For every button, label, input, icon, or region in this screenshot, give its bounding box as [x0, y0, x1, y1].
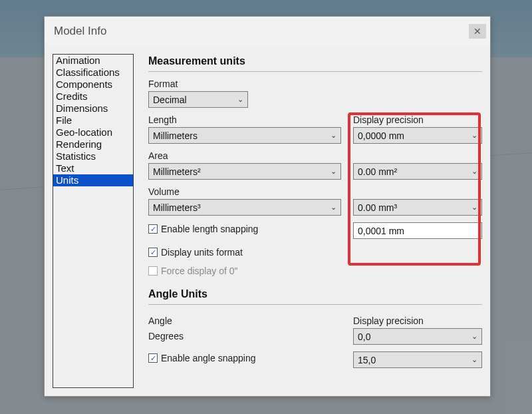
volume-select[interactable]: Millimeters³ ⌄: [148, 199, 341, 216]
area-label: Area: [148, 150, 341, 161]
volume-precision-value: 0.00 mm³: [358, 202, 397, 213]
area-value: Millimeters²: [153, 166, 201, 177]
checkbox-icon: ✓: [148, 224, 158, 234]
chevron-down-icon: ⌄: [331, 131, 336, 140]
length-precision-select[interactable]: 0,0000 mm ⌄: [353, 127, 482, 144]
format-label: Format: [148, 79, 482, 89]
chevron-down-icon: ⌄: [331, 203, 336, 212]
titlebar: Model Info ✕: [45, 17, 490, 46]
checkbox-icon: ✓: [148, 248, 158, 257]
length-value: Millimeters: [153, 130, 198, 141]
area-precision-select[interactable]: 0.00 mm² ⌄: [353, 163, 482, 180]
volume-label: Volume: [148, 186, 341, 197]
volume-precision-select[interactable]: 0.00 mm³ ⌄: [353, 199, 482, 216]
category-sidebar: AnimationClassificationsComponentsCredit…: [53, 54, 134, 388]
sidebar-item-credits[interactable]: Credits: [53, 91, 133, 103]
sidebar-item-file[interactable]: File: [53, 114, 133, 126]
chevron-down-icon: ⌄: [471, 167, 477, 176]
angle-units-heading: Angle Units: [148, 288, 482, 305]
close-icon: ✕: [473, 26, 481, 37]
chevron-down-icon: ⌄: [471, 203, 477, 212]
content-panel: Measurement units Format Decimal ⌄ Lengt…: [148, 54, 482, 388]
enable-length-snapping-label: Enable length snapping: [161, 224, 258, 234]
checkbox-icon: ✓: [148, 353, 158, 363]
force-display-label: Force display of 0": [161, 266, 237, 276]
sidebar-item-statistics[interactable]: Statistics: [53, 150, 133, 162]
display-units-format-label: Display units format: [161, 247, 243, 258]
angle-label: Angle: [148, 315, 341, 326]
format-select[interactable]: Decimal ⌄: [148, 91, 248, 108]
enable-angle-snapping-label: Enable angle snapping: [161, 353, 255, 363]
sidebar-item-animation[interactable]: Animation: [53, 55, 133, 67]
angle-precision-select[interactable]: 0,0 ⌄: [353, 328, 482, 345]
sidebar-item-components[interactable]: Components: [53, 79, 133, 91]
force-display-check: Force display of 0": [148, 266, 482, 276]
angle-precision-value: 0,0: [358, 331, 370, 342]
length-snap-input[interactable]: 0,0001 mm: [353, 222, 482, 239]
sidebar-item-rendering[interactable]: Rendering: [53, 138, 133, 150]
sidebar-item-units[interactable]: Units: [53, 174, 133, 186]
display-precision-label: Display precision: [353, 114, 482, 125]
chevron-down-icon: ⌄: [471, 332, 477, 341]
angle-precision-label: Display precision: [353, 315, 482, 326]
chevron-down-icon: ⌄: [471, 131, 477, 140]
angle-snap-value: 15,0: [358, 355, 376, 365]
area-select[interactable]: Millimeters² ⌄: [148, 163, 341, 180]
angle-snap-select[interactable]: 15,0 ⌄: [353, 351, 482, 368]
enable-length-snapping-check[interactable]: ✓ Enable length snapping: [148, 224, 341, 234]
area-precision-value: 0.00 mm²: [358, 166, 397, 177]
model-info-dialog: Model Info ✕ AnimationClassificationsCom…: [44, 16, 491, 397]
dialog-title: Model Info: [54, 25, 106, 38]
volume-value: Millimeters³: [153, 202, 201, 213]
length-precision-value: 0,0000 mm: [358, 130, 404, 141]
sidebar-item-classifications[interactable]: Classifications: [53, 67, 133, 79]
checkbox-icon: [148, 266, 158, 276]
length-label: Length: [148, 114, 341, 125]
chevron-down-icon: ⌄: [237, 95, 243, 104]
display-units-format-check[interactable]: ✓ Display units format: [148, 247, 482, 258]
angle-value: Degrees: [148, 331, 341, 341]
sidebar-item-geo-location[interactable]: Geo-location: [53, 126, 133, 138]
sidebar-item-dimensions[interactable]: Dimensions: [53, 103, 133, 114]
close-button[interactable]: ✕: [469, 24, 486, 39]
enable-angle-snapping-check[interactable]: ✓ Enable angle snapping: [148, 353, 341, 363]
sidebar-item-text[interactable]: Text: [53, 162, 133, 174]
chevron-down-icon: ⌄: [471, 355, 477, 364]
length-select[interactable]: Millimeters ⌄: [148, 127, 341, 144]
measurement-units-heading: Measurement units: [148, 55, 482, 72]
chevron-down-icon: ⌄: [331, 167, 336, 176]
length-snap-value: 0,0001 mm: [358, 226, 404, 236]
format-value: Decimal: [153, 95, 187, 105]
